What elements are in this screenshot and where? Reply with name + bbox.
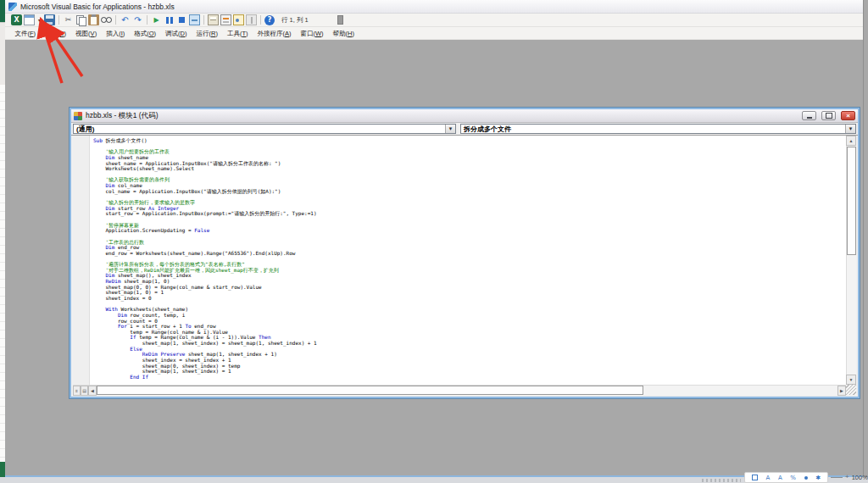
code-line: '输入获取拆分需要的条件列 [93,177,845,183]
horizontal-scrollbar-thumb[interactable] [97,386,643,395]
scroll-right-icon[interactable]: ▶ [837,386,846,396]
code-line: sheet_map(1, 0) = 1 [93,290,845,296]
percent-icon[interactable]: % [790,474,796,482]
vb-app-icon [8,3,17,11]
code-line [93,217,845,223]
view-excel-icon[interactable]: X [11,14,22,25]
font-small-icon[interactable]: A [765,474,770,482]
copy-icon[interactable] [75,14,86,25]
margin-indicator-bar[interactable] [73,136,90,385]
insert-userform-icon[interactable] [24,14,35,25]
code-line: sheet_map(1, sheet_index) = sheet_map(1,… [93,341,845,347]
procedure-view-icon[interactable]: ≡ [73,386,81,396]
chevron-down-icon[interactable]: ▼ [445,125,455,133]
mdi-client-area: hzbb.xls - 模块1 (代码) × (通用) ▼ 拆分成多个文件 ▼ S… [5,41,863,475]
code-window-titlebar[interactable]: hzbb.xls - 模块1 (代码) × [71,109,858,123]
code-window-close-icon[interactable]: × [841,111,855,120]
find-icon[interactable] [101,14,112,25]
window-title: Microsoft Visual Basic for Applications … [20,3,175,11]
dot-icon [804,476,808,480]
break-icon[interactable] [164,14,175,25]
full-module-view-icon[interactable]: ▤ [81,386,88,396]
object-dropdown[interactable]: (通用) ▼ [73,124,456,134]
properties-window-icon[interactable] [220,14,231,25]
object-dropdown-value: (通用) [74,125,445,134]
object-browser-icon[interactable] [233,14,244,25]
zoom-control[interactable]: + 100% [831,473,868,481]
zoom-in-icon[interactable]: + [845,473,849,481]
main-toolbar: X▾✂↶↷▶?行 1, 列 1 [5,14,863,27]
toolbar-separator [58,15,59,25]
code-line: sheet_name = Application.InputBox("请输入拆分… [93,161,845,167]
procedure-dropdown[interactable]: 拆分成多个文件 ▼ [460,124,856,134]
code-window-title: hzbb.xls - 模块1 (代码) [86,111,797,121]
toolbox-icon[interactable] [246,14,257,25]
run-icon[interactable]: ▶ [151,14,162,25]
design-mode-icon[interactable] [189,14,200,25]
dropdown-arrow-icon[interactable]: ▾ [36,14,42,25]
vertical-scrollbar-thumb[interactable] [847,147,856,255]
menu-t[interactable]: 工具(T) [222,27,253,39]
code-line: '输入拆分的开始行，要求输入的是数字 [93,200,845,206]
code-line: '工作表的总行数 [93,240,845,246]
horizontal-scrollbar[interactable]: ≡ ▤ ◀ ▶ [73,385,846,395]
code-line: Worksheets(sheet_name).Select [93,166,845,172]
view-normal-icon[interactable] [752,475,758,480]
undo-icon[interactable]: ↶ [120,14,131,25]
menu-o[interactable]: 格式(O) [130,27,161,39]
scroll-left-icon[interactable]: ◀ [88,386,97,396]
menu-bar: 文件(F)编辑(E)视图(V)插入(I)格式(O)调试(D)运行(R)工具(T)… [5,27,863,40]
code-line: end_row = Worksheets(sheet_name).Range("… [93,251,845,257]
code-line: '对于二维数组，ReDim只能扩充最后一维，因此sheet_map行不变，扩充列 [93,268,845,274]
menu-i[interactable]: 插入(I) [102,27,130,39]
code-line [93,302,845,308]
scroll-down-icon[interactable]: ▼ [846,375,856,385]
cut-icon[interactable]: ✂ [63,14,74,25]
code-line [93,172,845,178]
project-explorer-icon[interactable] [208,14,219,25]
reset-icon[interactable] [176,14,187,25]
zoom-slider[interactable] [831,477,843,478]
settings-gear-icon[interactable]: ✱ [815,474,821,482]
toolbar-separator [115,15,116,25]
toolbar-separator [203,15,204,25]
toolbar-separator [147,15,147,25]
code-line: Application.ScreenUpdating = False [93,228,845,234]
menu-a[interactable]: 外接程序(A) [253,27,296,39]
cursor-position-label: 行 1, 列 1 [281,16,309,25]
menu-w[interactable]: 窗口(W) [296,27,328,39]
code-line [93,194,845,200]
code-line: Sub 拆分成多个文件() [93,138,845,144]
resize-grip[interactable] [846,385,856,395]
scroll-up-icon[interactable]: ▲ [846,136,856,146]
code-line: Dim sheet_map(), sheet_index [93,273,845,279]
menu-f[interactable]: 文件(F) [10,27,41,39]
vba-main-window: Microsoft Visual Basic for Applications … [5,0,864,477]
menu-d[interactable]: 调试(D) [161,27,192,39]
toolbar-overflow-handle[interactable] [337,15,343,25]
chevron-down-icon[interactable]: ▼ [845,125,855,133]
code-line: start_row = Application.InputBox(prompt:… [93,211,845,217]
code-window-maximize-icon[interactable] [821,111,836,120]
save-icon[interactable] [44,14,55,25]
code-line: sheet_map(1, sheet_index) = 1 [93,369,845,375]
menu-e[interactable]: 编辑(E) [41,27,71,39]
code-line: '输入用户想要拆分的工作表 [93,149,845,155]
floating-mini-toolbar[interactable]: A A % ✱ [744,472,828,483]
paste-icon[interactable] [88,14,99,25]
code-window-minimize-icon[interactable] [802,111,816,120]
redo-icon[interactable]: ↷ [132,14,143,25]
font-large-icon[interactable]: A [778,474,782,482]
code-line [93,144,845,150]
menu-r[interactable]: 运行(R) [192,27,222,39]
help-icon[interactable]: ? [264,15,275,25]
zoom-level-label: 100% [852,474,868,481]
code-editor-body[interactable]: Sub 拆分成多个文件() '输入用户想要拆分的工作表 Dim sheet_na… [73,136,856,395]
module-icon [74,112,82,120]
code-window: hzbb.xls - 模块1 (代码) × (通用) ▼ 拆分成多个文件 ▼ S… [70,108,860,398]
code-text-area[interactable]: Sub 拆分成多个文件() '输入用户想要拆分的工作表 Dim sheet_na… [93,138,845,385]
vertical-scrollbar[interactable]: ▲ ▼ [846,136,856,385]
code-line: sheet_index = 0 [93,296,845,302]
menu-h[interactable]: 帮助(H) [328,27,359,39]
menu-v[interactable]: 视图(V) [71,27,102,39]
